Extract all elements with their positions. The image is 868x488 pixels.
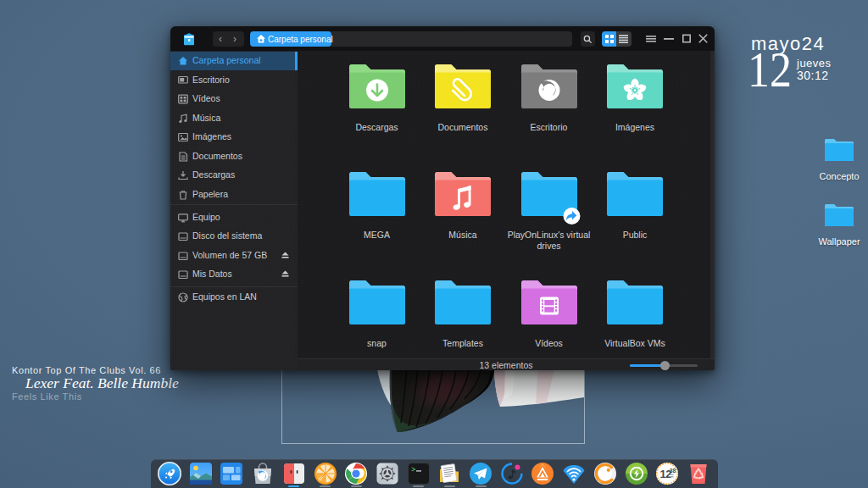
svg-text:>: >	[411, 466, 415, 474]
svg-text:38: 38	[670, 468, 676, 474]
